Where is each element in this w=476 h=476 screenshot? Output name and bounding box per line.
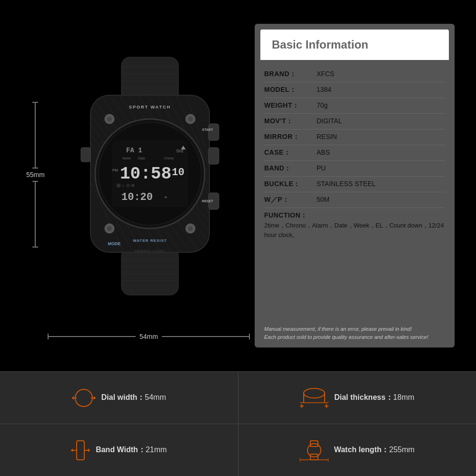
svg-marker-88 xyxy=(88,448,90,452)
spec-label-case: CASE： xyxy=(264,149,317,157)
spec-weight: WEIGHT： 70g xyxy=(264,98,445,114)
spec-label-wp: W／P： xyxy=(264,196,317,204)
dial-width-value: 54mm xyxy=(145,393,166,401)
dial-thickness-icon xyxy=(300,386,328,410)
svg-rect-84 xyxy=(77,441,84,460)
spec-value-weight: 70g xyxy=(317,101,445,109)
spec-value-model: 1384 xyxy=(317,86,445,93)
band-width-label: Band Width： xyxy=(96,446,146,454)
info-card: Basic Information BRAND： XFCS MODEL： 138… xyxy=(255,24,455,347)
svg-text:Chime: Chime xyxy=(164,157,174,160)
svg-point-38 xyxy=(188,117,193,121)
svg-point-89 xyxy=(307,444,321,457)
svg-text:◂: ◂ xyxy=(164,194,167,199)
watch-length-value: 255mm xyxy=(389,446,414,454)
dial-thickness-text: Dial thickness：18mm xyxy=(334,393,414,403)
svg-rect-46 xyxy=(81,148,90,162)
spec-label-model: MODEL： xyxy=(264,86,317,94)
svg-rect-44 xyxy=(208,148,219,164)
spec-value-movt: DIGITAL xyxy=(317,117,445,125)
spec-value-wp: 50M xyxy=(317,196,445,203)
measure-dial-thickness: Dial thickness：18mm xyxy=(238,372,476,424)
spec-case: CASE： ABS xyxy=(264,145,445,161)
svg-text:RESET: RESET xyxy=(202,199,213,203)
svg-point-36 xyxy=(107,117,112,121)
dial-thickness-value: 18mm xyxy=(393,393,414,401)
spec-brand: BRAND： XFCS xyxy=(264,67,445,82)
height-dimension-label: 55mm xyxy=(26,171,45,178)
spec-model: MODEL： 1384 xyxy=(264,82,445,98)
svg-text:SPORT WATCH: SPORT WATCH xyxy=(129,105,171,109)
svg-rect-6 xyxy=(121,248,178,295)
svg-text:Date: Date xyxy=(138,157,145,160)
width-dimension-label: 54mm xyxy=(139,333,158,340)
spec-mirror: MIRROR： RESIN xyxy=(264,129,445,145)
disclaimer-content: Manual measurement, if there is an error… xyxy=(264,326,428,340)
svg-text:MODE: MODE xyxy=(108,241,121,246)
dial-thickness-label: Dial thickness： xyxy=(334,393,393,401)
spec-value-brand: XFCS xyxy=(317,70,445,78)
svg-point-69 xyxy=(75,389,92,407)
spec-label-movt: MOV'T： xyxy=(264,117,317,126)
svg-text:10:58: 10:58 xyxy=(120,164,171,184)
band-width-value: 21mm xyxy=(146,446,167,454)
svg-text:10:20: 10:20 xyxy=(121,191,153,203)
svg-text:START: START xyxy=(202,128,214,131)
info-card-header: Basic Information xyxy=(260,30,449,60)
band-width-text: Band Width：21mm xyxy=(96,445,167,455)
watch-section: 55mm xyxy=(21,19,255,352)
svg-text:WATER RESIST: WATER RESIST xyxy=(133,238,167,243)
spec-label-mirror: MIRROR： xyxy=(264,133,317,141)
spec-label-buckle: BUCKLE： xyxy=(264,180,317,188)
spec-value-case: ABS xyxy=(317,149,445,156)
svg-rect-43 xyxy=(208,124,219,140)
spec-label-weight: WEIGHT： xyxy=(264,101,317,110)
info-card-body: BRAND： XFCS MODEL： 1384 WEIGHT： 70g MOV'… xyxy=(255,60,455,320)
spec-label-function: FUNCTION： xyxy=(264,211,317,220)
svg-text:GREEN LIGHT: GREEN LIGHT xyxy=(134,249,165,253)
measure-band-width: Band Width：21mm xyxy=(0,424,238,476)
spec-function: FUNCTION： 2time，Chrono，Alarm，Date，Week，E… xyxy=(264,208,445,243)
spec-value-function: 2time，Chrono，Alarm，Date，Week，EL，Count do… xyxy=(264,221,445,239)
main-content: 55mm xyxy=(0,0,476,371)
spec-value-mirror: RESIN xyxy=(317,133,445,140)
measure-dial-width: Dial width：54mm xyxy=(0,372,238,424)
spec-band: BAND： PU xyxy=(264,161,445,177)
disclaimer-text: Manual measurement, if there is an error… xyxy=(255,320,455,347)
svg-marker-86 xyxy=(71,448,73,452)
svg-text:FA 1: FA 1 xyxy=(126,147,142,154)
svg-text:⊞ ○ ⊙ ≋: ⊞ ○ ⊙ ≋ xyxy=(117,183,135,188)
dial-width-text: Dial width：54mm xyxy=(101,393,166,403)
watch-length-text: Watch length：255mm xyxy=(334,445,415,455)
dial-width-label: Dial width： xyxy=(101,393,145,401)
svg-point-42 xyxy=(188,226,193,231)
svg-point-74 xyxy=(304,388,325,398)
svg-text:10: 10 xyxy=(172,167,184,178)
measurement-bar: Dial width：54mm xyxy=(0,371,476,476)
measure-watch-length: Watch length：255mm xyxy=(238,424,476,476)
svg-text:PM: PM xyxy=(112,168,118,172)
spec-label-brand: BRAND： xyxy=(264,70,317,79)
dial-width-icon xyxy=(72,386,96,410)
watch-image: SPORT WATCH START RESET LIGHT MODE WATER… xyxy=(67,52,233,300)
svg-point-40 xyxy=(107,226,112,231)
watch-length-label: Watch length： xyxy=(334,446,389,454)
spec-label-band: BAND： xyxy=(264,164,317,173)
svg-marker-73 xyxy=(94,396,96,400)
spec-movt: MOV'T： DIGITAL xyxy=(264,114,445,129)
svg-marker-71 xyxy=(72,396,74,400)
info-card-title: Basic Information xyxy=(272,38,437,51)
spec-value-buckle: STAINLESS STEEL xyxy=(317,180,445,188)
spec-buckle: BUCKLE： STAINLESS STEEL xyxy=(264,177,445,192)
band-width-icon xyxy=(71,438,90,462)
watch-length-icon xyxy=(300,438,328,462)
spec-wp: W／P： 50M xyxy=(264,192,445,208)
svg-text:Week: Week xyxy=(122,157,131,160)
spec-value-band: PU xyxy=(317,164,445,172)
